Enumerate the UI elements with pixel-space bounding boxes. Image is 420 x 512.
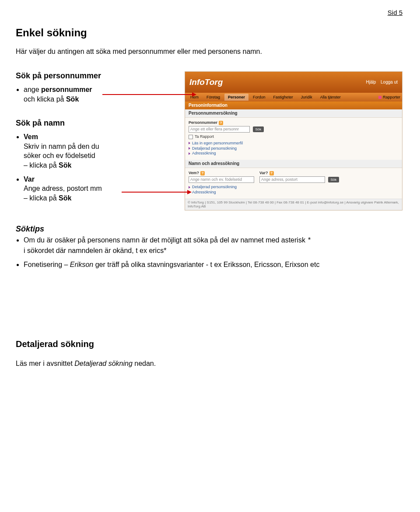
links-namn: Detaljerad personsökning Adressökning (189, 185, 399, 195)
link-adress[interactable]: Adressökning (189, 151, 399, 156)
asterisk-symbol: * (307, 237, 312, 245)
infotorg-screenshot: InfoTorg Hjälp Logga ut Hem Företag Pers… (185, 71, 402, 210)
txt: – klicka på (24, 161, 59, 169)
nav-foretag[interactable]: Företag (203, 94, 224, 101)
bullet-var: Var Ange adress, postort mm – klicka på … (24, 175, 182, 203)
panel-namn: Vem?? Ange namn och ev. födelsetid Var??… (185, 168, 402, 199)
checkbox-rapport[interactable] (189, 135, 193, 139)
nav-fastigheter[interactable]: Fastigheter (270, 94, 297, 101)
help-icon[interactable]: ? (219, 121, 223, 125)
heading-enkel-sokning: Enkel sökning (16, 27, 404, 39)
arrow-to-personnummer (102, 94, 193, 95)
nav-alla[interactable]: Alla tjänster (317, 94, 344, 101)
txt: Läs mer i avsnittet (16, 360, 74, 367)
heading-soktips: Söktips (16, 224, 404, 234)
subheading-namn: Sök på namn (16, 119, 182, 128)
intro-text: Här väljer du antingen att söka med pers… (16, 48, 404, 56)
page-number: Sid 5 (16, 0, 404, 27)
help-icon[interactable]: ? (270, 171, 274, 175)
detaljerad-line: Läs mer i avsnittet Detaljerad sökning n… (16, 360, 404, 368)
shot-footer: © InfoTorg | S151, 105 99 Stockholm | Te… (185, 199, 402, 210)
txt: Skriv in namn på den du (24, 143, 99, 150)
txt: Om du är osäker på personens namn är det… (24, 236, 307, 244)
txt: Personnummer (189, 120, 217, 125)
bar-namn-adress: Namn och adressökning (185, 160, 402, 168)
nav-personer[interactable]: Personer (224, 94, 248, 101)
txt: nedan. (133, 360, 156, 367)
input-personnummer[interactable]: Ange ett eller flera personnr (189, 126, 250, 133)
shot-header: InfoTorg Hjälp Logga ut (185, 72, 402, 93)
link-adress[interactable]: Adressökning (189, 190, 399, 195)
content-columns: Sök på personnummer ange personnummer oc… (16, 71, 404, 211)
txt-bold: Sök (59, 194, 71, 202)
input-var[interactable]: Ange adress, postort (259, 176, 325, 183)
nav-rapporter[interactable]: Rapporter (378, 95, 400, 100)
input-vem[interactable]: Ange namn och ev. födelsetid (189, 176, 254, 183)
bar-personnummersokning: Personnummersökning (185, 109, 402, 118)
bullet-vem: Vem Skriv in namn på den du söker och ev… (24, 132, 182, 170)
txt-italic: Erikson (70, 261, 93, 268)
sok-button[interactable]: Sök (328, 177, 340, 183)
txt-bold: Sök (59, 161, 71, 169)
txt-bold: Sök (66, 95, 79, 103)
txt: i sökordet där namndelen är okänd, t ex … (24, 246, 404, 256)
txt: ger träff på olika stavningsvarianter - … (93, 261, 319, 268)
txt: – klicka på (24, 194, 59, 202)
txt: Fonetisering – (24, 261, 70, 268)
top-links: Hjälp Logga ut (362, 80, 398, 85)
txt-bold: personnummer (41, 86, 92, 93)
soktips-list: Om du är osäker på personens namn är det… (16, 235, 404, 269)
bar-personinformation: Personinformation (185, 102, 402, 109)
sok-button[interactable]: Sök (253, 126, 264, 133)
txt: Ange adress, postort mm (24, 185, 102, 192)
logout-link[interactable]: Logga ut (381, 80, 398, 84)
label-vem: Vem?? (189, 171, 254, 175)
tip-asterisk: Om du är osäker på personens namn är det… (24, 235, 404, 255)
label-var: Var?? (259, 171, 339, 175)
links-personnummer: Läs in egen personnummerfil Detaljerad p… (189, 141, 399, 156)
txt: och klicka på (24, 95, 66, 103)
help-link[interactable]: Hjälp (366, 80, 376, 84)
panel-personnummer: Personnummer? Ange ett eller flera perso… (185, 118, 402, 160)
txt: söker och ev födelsetid (24, 152, 95, 159)
infotorg-logo: InfoTorg (189, 77, 223, 88)
txt-italic: Detaljerad sökning (74, 360, 133, 367)
link-detaljerad[interactable]: Detaljerad personsökning (189, 185, 399, 189)
heading-detaljerad: Detaljerad sökning (16, 339, 404, 349)
label-personnummer: Personnummer? (189, 120, 399, 125)
rapporter-icon (378, 96, 382, 99)
txt: ange (24, 86, 41, 93)
nav-juridik[interactable]: Juridik (298, 94, 316, 101)
link-egen-fil[interactable]: Läs in egen personnummerfil (189, 141, 399, 146)
txt-bold: Var (24, 175, 35, 183)
nav-fordon[interactable]: Fordon (249, 94, 269, 101)
main-nav: Hem Företag Personer Fordon Fastigheter … (185, 93, 402, 102)
link-detaljerad[interactable]: Detaljerad personsökning (189, 146, 399, 151)
txt: Rapporter (383, 95, 400, 99)
txt: Var? (259, 171, 268, 175)
subheading-personnummer: Sök på personnummer (16, 71, 182, 81)
arrow-to-namn (122, 192, 188, 193)
txt: Vem? (189, 171, 199, 175)
help-icon[interactable]: ? (200, 171, 205, 175)
tip-fonetisering: Fonetisering – Erikson ger träff på olik… (24, 260, 404, 270)
label-ta-rapport: Ta Rapport (195, 134, 214, 139)
txt-bold: Vem (24, 133, 38, 140)
